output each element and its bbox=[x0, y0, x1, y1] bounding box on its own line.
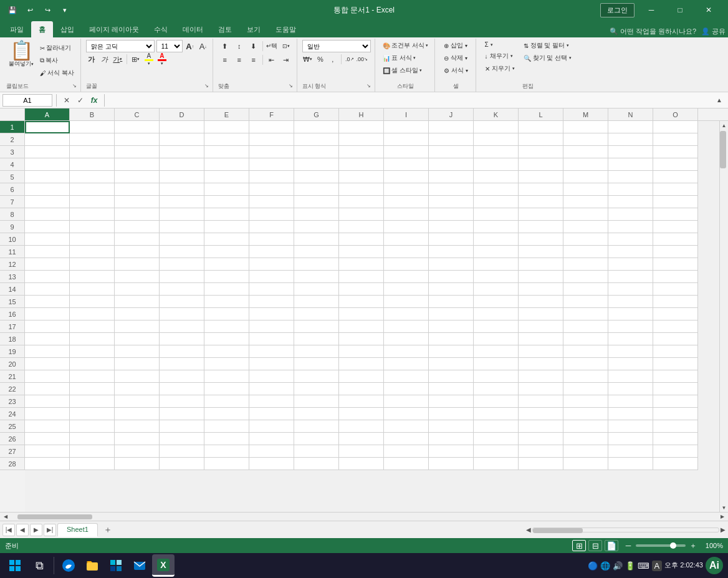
search-help[interactable]: 🔍 어떤 작업을 원하시나요? bbox=[610, 27, 696, 36]
cell-B19[interactable] bbox=[70, 345, 115, 358]
cell-K16[interactable] bbox=[474, 308, 519, 320]
expand-formula-btn[interactable]: ▲ bbox=[713, 94, 726, 107]
cell-G23[interactable] bbox=[294, 395, 339, 408]
cell-J12[interactable] bbox=[429, 258, 474, 271]
cell-J21[interactable] bbox=[429, 370, 474, 383]
cell-H19[interactable] bbox=[339, 345, 384, 358]
cell-G10[interactable] bbox=[294, 233, 339, 246]
cell-E27[interactable] bbox=[204, 445, 249, 458]
cell-G6[interactable] bbox=[294, 183, 339, 196]
cell-A27[interactable] bbox=[25, 445, 70, 458]
cell-C25[interactable] bbox=[115, 420, 160, 433]
col-header-M[interactable]: M bbox=[563, 108, 608, 120]
cell-E28[interactable] bbox=[204, 458, 249, 470]
cell-D21[interactable] bbox=[160, 370, 204, 383]
cell-K26[interactable] bbox=[474, 433, 519, 445]
cell-C21[interactable] bbox=[115, 370, 160, 383]
network-icon[interactable]: 🌐 bbox=[600, 561, 610, 571]
cell-J16[interactable] bbox=[429, 308, 474, 320]
cell-D13[interactable] bbox=[160, 271, 204, 283]
cell-N2[interactable] bbox=[608, 133, 653, 146]
cell-N17[interactable] bbox=[608, 320, 653, 333]
cell-J18[interactable] bbox=[429, 333, 474, 345]
cell-O28[interactable] bbox=[653, 458, 698, 470]
cell-M25[interactable] bbox=[563, 420, 608, 433]
cell-G7[interactable] bbox=[294, 196, 339, 208]
tab-data[interactable]: 데이터 bbox=[175, 21, 211, 37]
h-scroll-left-btn[interactable]: ◀ bbox=[1, 513, 10, 521]
cell-F23[interactable] bbox=[249, 395, 294, 408]
cell-N10[interactable] bbox=[608, 233, 653, 246]
cell-D9[interactable] bbox=[160, 221, 204, 233]
cell-M23[interactable] bbox=[563, 395, 608, 408]
decrease-indent-btn[interactable]: ⇤ bbox=[265, 54, 279, 66]
quick-access-dropdown[interactable]: ▾ bbox=[57, 2, 72, 17]
cell-K7[interactable] bbox=[474, 196, 519, 208]
increase-indent-btn[interactable]: ⇥ bbox=[279, 54, 293, 66]
cell-J8[interactable] bbox=[429, 208, 474, 221]
cell-L4[interactable] bbox=[519, 158, 563, 171]
wrap-text-btn[interactable]: ↵텍 bbox=[265, 40, 279, 52]
cell-C28[interactable] bbox=[115, 458, 160, 470]
cell-L27[interactable] bbox=[519, 445, 563, 458]
cell-C24[interactable] bbox=[115, 408, 160, 420]
cell-L12[interactable] bbox=[519, 258, 563, 271]
conditional-format-btn[interactable]: 🎨 조건부 서식 ▾ bbox=[380, 40, 431, 51]
cell-J15[interactable] bbox=[429, 296, 474, 308]
col-header-D[interactable]: D bbox=[160, 108, 204, 120]
cell-D25[interactable] bbox=[160, 420, 204, 433]
cell-E3[interactable] bbox=[204, 146, 249, 158]
explorer-btn[interactable] bbox=[81, 554, 103, 577]
task-view-btn[interactable]: ⧉ bbox=[28, 554, 50, 577]
cell-H22[interactable] bbox=[339, 383, 384, 395]
cell-H20[interactable] bbox=[339, 358, 384, 370]
cell-K1[interactable] bbox=[474, 121, 519, 133]
cell-N27[interactable] bbox=[608, 445, 653, 458]
sheet-scroll-left[interactable]: ◀ bbox=[526, 526, 531, 533]
cell-I18[interactable] bbox=[384, 333, 429, 345]
page-layout-view-btn[interactable]: 📄 bbox=[605, 540, 618, 551]
cell-D27[interactable] bbox=[160, 445, 204, 458]
cell-G26[interactable] bbox=[294, 433, 339, 445]
cell-G1[interactable] bbox=[294, 121, 339, 133]
cell-D16[interactable] bbox=[160, 308, 204, 320]
cell-C19[interactable] bbox=[115, 345, 160, 358]
italic-button[interactable]: 가 bbox=[99, 54, 110, 65]
cell-B25[interactable] bbox=[70, 420, 115, 433]
cell-G3[interactable] bbox=[294, 146, 339, 158]
bluetooth-icon[interactable]: 🔵 bbox=[588, 561, 598, 571]
tab-review[interactable]: 검토 bbox=[211, 21, 239, 37]
cell-E20[interactable] bbox=[204, 358, 249, 370]
cell-L2[interactable] bbox=[519, 133, 563, 146]
ai-button[interactable]: Ai bbox=[706, 557, 723, 574]
cell-K6[interactable] bbox=[474, 183, 519, 196]
number-format-expand[interactable]: ↘ bbox=[366, 83, 371, 89]
cell-O25[interactable] bbox=[653, 420, 698, 433]
cell-N6[interactable] bbox=[608, 183, 653, 196]
cell-F2[interactable] bbox=[249, 133, 294, 146]
close-button[interactable]: ✕ bbox=[694, 0, 723, 20]
cell-D3[interactable] bbox=[160, 146, 204, 158]
cell-E22[interactable] bbox=[204, 383, 249, 395]
cell-B9[interactable] bbox=[70, 221, 115, 233]
cell-H17[interactable] bbox=[339, 320, 384, 333]
keyboard-icon[interactable]: ⌨ bbox=[638, 561, 649, 571]
cell-J23[interactable] bbox=[429, 395, 474, 408]
center-align-btn[interactable]: ≡ bbox=[232, 54, 246, 66]
cell-L16[interactable] bbox=[519, 308, 563, 320]
cell-M9[interactable] bbox=[563, 221, 608, 233]
cell-D28[interactable] bbox=[160, 458, 204, 470]
cell-C12[interactable] bbox=[115, 258, 160, 271]
cell-D4[interactable] bbox=[160, 158, 204, 171]
cell-H28[interactable] bbox=[339, 458, 384, 470]
cell-M4[interactable] bbox=[563, 158, 608, 171]
cell-L3[interactable] bbox=[519, 146, 563, 158]
cell-D23[interactable] bbox=[160, 395, 204, 408]
zoom-level[interactable]: 100% bbox=[701, 542, 723, 549]
cell-N24[interactable] bbox=[608, 408, 653, 420]
row-num-1[interactable]: 1 bbox=[0, 121, 25, 133]
cell-D7[interactable] bbox=[160, 196, 204, 208]
cell-I4[interactable] bbox=[384, 158, 429, 171]
cell-E18[interactable] bbox=[204, 333, 249, 345]
merge-btn[interactable]: ⊡▾ bbox=[279, 40, 293, 52]
